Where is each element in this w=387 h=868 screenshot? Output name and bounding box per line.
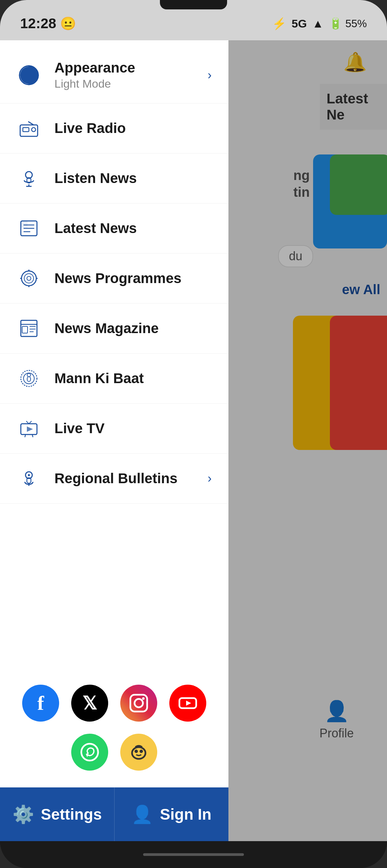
settings-label: Settings (41, 805, 102, 823)
live-radio-label: Live Radio (54, 120, 212, 136)
svg-rect-31 (27, 377, 31, 381)
svg-point-16 (24, 274, 34, 283)
status-time: 12:28 (20, 16, 56, 32)
home-bar-indicator (143, 853, 244, 856)
listen-news-label: Listen News (54, 170, 212, 186)
svg-point-4 (32, 128, 36, 132)
signal-icon: ▲ (312, 17, 324, 30)
svg-rect-24 (22, 327, 28, 333)
latest-news-label: Latest News (54, 220, 212, 237)
mann-ki-baat-label: Mann Ki Baat (54, 370, 212, 386)
phone-frame: 12:28 😐 ⚡ 5G ▲ 🔋 55% 🔔 Latest Ne ng tin … (0, 0, 387, 868)
menu-item-news-magazine[interactable]: News Magazine (0, 304, 229, 353)
svg-point-17 (27, 276, 31, 280)
menu-item-latest-news[interactable]: Latest News (0, 204, 229, 253)
listen-news-icon (17, 166, 41, 190)
sign-in-icon: 👤 (131, 804, 153, 825)
svg-rect-3 (23, 128, 29, 132)
battery-indicator: 🔋 55% (329, 17, 367, 30)
mann-ki-baat-icon (17, 366, 41, 391)
svg-rect-22 (21, 320, 37, 337)
network-indicator: 5G (292, 17, 307, 30)
side-drawer: Appearance Light Mode › (0, 40, 229, 841)
latest-news-icon (17, 216, 41, 241)
svg-point-48 (132, 747, 145, 759)
svg-point-44 (142, 698, 145, 700)
menu-item-live-radio[interactable]: Live Radio (0, 103, 229, 153)
social-bar: f 𝕏 (0, 668, 229, 787)
regional-bulletins-icon (17, 466, 41, 491)
svg-point-47 (81, 744, 98, 761)
appearance-subtitle: Light Mode (54, 77, 194, 90)
menu-item-regional-bulletins[interactable]: Regional Bulletins › (0, 454, 229, 504)
regional-bulletins-label: Regional Bulletins (54, 470, 194, 487)
menu-item-mann-ki-baat[interactable]: Mann Ki Baat (0, 353, 229, 404)
menu-item-appearance[interactable]: Appearance Light Mode › (0, 47, 229, 103)
menu-item-listen-news[interactable]: Listen News (0, 153, 229, 204)
svg-rect-14 (21, 221, 28, 228)
svg-marker-46 (186, 701, 191, 706)
x-twitter-icon[interactable]: 𝕏 (71, 685, 108, 722)
sign-in-label: Sign In (160, 805, 211, 823)
svg-point-30 (27, 373, 31, 377)
news-magazine-icon (17, 316, 41, 340)
youtube-icon[interactable] (169, 685, 206, 722)
svg-marker-35 (27, 427, 33, 432)
svg-point-40 (28, 474, 30, 476)
phone-notch (160, 0, 227, 9)
svg-point-15 (22, 271, 36, 286)
koo-icon[interactable] (120, 734, 157, 771)
appearance-icon (17, 63, 41, 87)
bottom-bar: ⚙️ Settings 👤 Sign In (0, 787, 229, 841)
settings-button[interactable]: ⚙️ Settings (0, 787, 115, 841)
svg-point-49 (135, 750, 138, 753)
live-radio-icon (17, 116, 41, 141)
appearance-title: Appearance (54, 60, 194, 76)
menu-item-news-programmes[interactable]: News Programmes (0, 253, 229, 304)
status-emoji: 😐 (60, 16, 76, 31)
news-programmes-label: News Programmes (54, 270, 212, 286)
settings-icon: ⚙️ (12, 804, 34, 825)
instagram-icon[interactable] (120, 685, 157, 722)
live-tv-label: Live TV (54, 421, 212, 436)
svg-rect-42 (130, 695, 147, 712)
bluetooth-icon: ⚡ (272, 17, 286, 30)
whatsapp-icon[interactable] (71, 734, 108, 771)
regional-bulletins-chevron: › (208, 471, 212, 486)
drawer-menu: Appearance Light Mode › (0, 40, 229, 668)
main-area: 🔔 Latest Ne ng tin du ew All 👤 Profile (0, 40, 387, 841)
status-time-area: 12:28 😐 (20, 16, 76, 32)
svg-point-29 (24, 373, 34, 384)
appearance-content: Appearance Light Mode (54, 60, 194, 90)
svg-point-50 (140, 750, 143, 753)
news-magazine-label: News Magazine (54, 320, 212, 337)
sign-in-button[interactable]: 👤 Sign In (115, 787, 229, 841)
appearance-chevron: › (208, 68, 212, 82)
menu-item-live-tv[interactable]: Live TV (0, 404, 229, 454)
facebook-icon[interactable]: f (22, 685, 59, 722)
live-tv-icon (17, 416, 41, 440)
news-programmes-icon (17, 266, 41, 290)
home-bar (0, 841, 387, 868)
status-right: ⚡ 5G ▲ 🔋 55% (272, 17, 367, 30)
svg-point-43 (135, 699, 143, 708)
